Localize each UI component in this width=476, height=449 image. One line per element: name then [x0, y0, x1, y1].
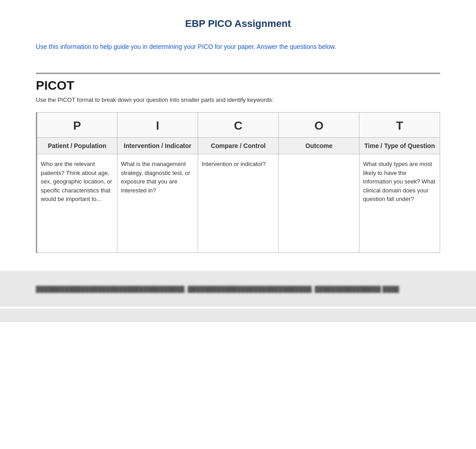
picot-table: P I C O T Patient / Population Intervent…	[36, 112, 440, 253]
page-wrapper: EBP PICO Assignment Use this information…	[0, 0, 476, 322]
bottom-bar	[0, 309, 476, 322]
letter-o: O	[279, 113, 359, 138]
letter-p: P	[37, 113, 117, 138]
letter-row: P I C O T	[37, 113, 440, 138]
picot-heading: PICOT	[36, 73, 440, 93]
subtitle-text: Use this information to help guide you i…	[36, 43, 440, 50]
letter-c: C	[198, 113, 279, 138]
label-t: Time / Type of Question	[359, 138, 440, 154]
picot-description: Use the PICOT format to break down your …	[36, 96, 440, 103]
label-row: Patient / Population Intervention / Indi…	[37, 138, 440, 154]
picot-section: PICOT Use the PICOT format to break down…	[0, 73, 476, 253]
footer-text: ████████████████████████████████████, ██…	[36, 286, 399, 292]
label-o: Outcome	[279, 138, 359, 154]
top-section: EBP PICO Assignment Use this information…	[0, 0, 476, 73]
label-i: Intervention / Indicator	[117, 138, 198, 154]
content-o	[279, 154, 359, 253]
content-p: Who are the relevant patients? Think abo…	[37, 154, 117, 253]
content-c: Intervention or indicator?	[198, 154, 279, 253]
letter-t: T	[359, 113, 440, 138]
letter-i: I	[117, 113, 198, 138]
footer-bar: ████████████████████████████████████, ██…	[0, 271, 476, 307]
label-c: Compare / Control	[198, 138, 279, 154]
content-i: What is the management strategy, diagnos…	[117, 154, 198, 253]
content-row: Who are the relevant patients? Think abo…	[37, 154, 440, 253]
content-t: What study types are most likely to have…	[359, 154, 440, 253]
label-p: Patient / Population	[37, 138, 117, 154]
page-title: EBP PICO Assignment	[36, 18, 440, 30]
